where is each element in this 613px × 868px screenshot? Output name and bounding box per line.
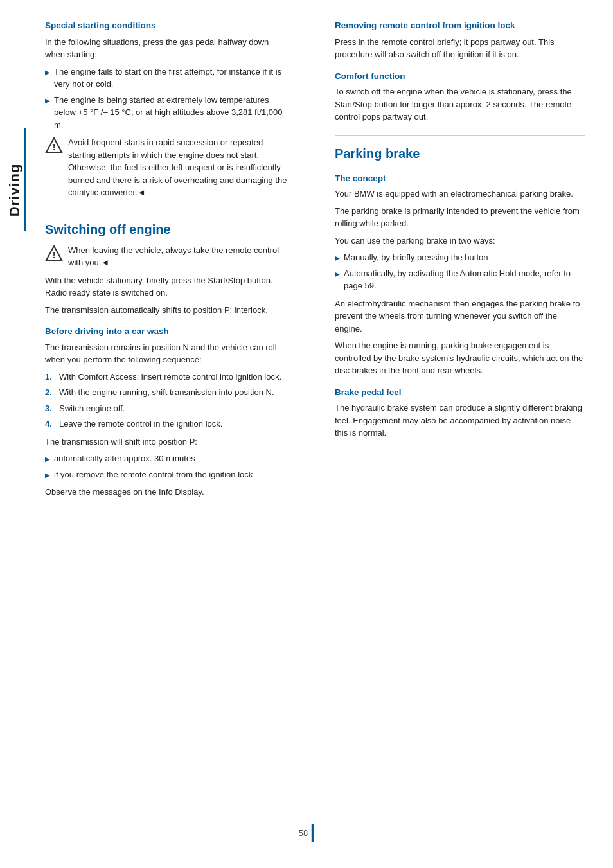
warning-icon-2: ! (45, 245, 63, 263)
switching-off-title: Switching off engine (45, 211, 289, 239)
concept-bullets-list: ▶ Manually, by briefly pressing the butt… (335, 251, 585, 292)
step-number: 3. (45, 402, 55, 415)
triangle-icon: ▶ (45, 67, 50, 77)
concept-title: The concept (335, 172, 585, 185)
comfort-function-title: Comfort function (335, 70, 585, 83)
list-item: 4. Leave the remote control in the ignit… (45, 418, 289, 430)
concept-para1: Your BMW is equipped with an electromech… (335, 188, 585, 200)
list-item: ▶ The engine is being started at extreme… (45, 94, 289, 132)
sidebar: Driving (0, 0, 39, 868)
removing-remote-para: Press in the remote control briefly; it … (335, 36, 585, 61)
sidebar-accent-line (24, 128, 26, 231)
brake-pedal-feel-title: Brake pedal feel (335, 386, 585, 399)
warning-icon: ! (45, 137, 63, 155)
switching-off-para1: With the vehicle stationary, briefly pre… (45, 274, 289, 299)
car-wash-steps-list: 1. With Comfort Access: insert remote co… (45, 371, 289, 430)
left-column: Special starting conditions In the follo… (45, 19, 289, 849)
switching-off-warning-box: ! When leaving the vehicle, always take … (45, 244, 289, 269)
step-number: 2. (45, 386, 55, 399)
special-starting-title: Special starting conditions (45, 19, 289, 32)
brake-pedal-feel-section: Brake pedal feel The hydraulic brake sys… (335, 386, 585, 439)
special-starting-section: Special starting conditions In the follo… (45, 19, 289, 199)
brake-pedal-feel-para: The hydraulic brake system can produce a… (335, 402, 585, 439)
list-item: ▶ Manually, by briefly pressing the butt… (335, 251, 585, 264)
comfort-function-para: To switch off the engine when the vehicl… (335, 85, 585, 123)
car-wash-section: Before driving into a car wash The trans… (45, 325, 289, 499)
comfort-function-section: Comfort function To switch off the engin… (335, 70, 585, 123)
warning-box: ! Avoid frequent starts in rapid success… (45, 136, 289, 199)
concept-para2: The parking brake is primarily intended … (335, 205, 585, 230)
list-item: 3. Switch engine off. (45, 402, 289, 415)
car-wash-title: Before driving into a car wash (45, 325, 289, 338)
step-number: 4. (45, 418, 55, 430)
page-content: Special starting conditions In the follo… (39, 0, 613, 868)
removing-remote-section: Removing remote control from ignition lo… (335, 19, 585, 61)
list-item: 2. With the engine running, shift transm… (45, 386, 289, 399)
concept-para5: When the engine is running, parking brak… (335, 339, 585, 377)
list-item: 1. With Comfort Access: insert remote co… (45, 371, 289, 384)
page-number: 58 (299, 828, 308, 840)
list-item: ▶ Automatically, by activating the Autom… (335, 267, 585, 292)
concept-para3: You can use the parking brake in two way… (335, 235, 585, 247)
concept-para4: An electrohydraulic mechanism then engag… (335, 297, 585, 335)
switching-off-warning-text: When leaving the vehicle, always take th… (68, 244, 289, 269)
switching-off-section: Switching off engine ! When leaving the … (45, 211, 289, 499)
right-column: Removing remote control from ignition lo… (335, 19, 585, 849)
triangle-icon: ▶ (335, 253, 340, 263)
triangle-icon: ▶ (45, 470, 50, 480)
special-starting-list: ▶ The engine fails to start on the first… (45, 66, 289, 132)
triangle-icon: ▶ (45, 454, 50, 464)
column-divider (312, 19, 312, 849)
page-bar-accent (312, 824, 314, 842)
switching-off-para2: The transmission automatically shifts to… (45, 304, 289, 317)
warning-text: Avoid frequent starts in rapid successio… (68, 136, 289, 199)
svg-text:!: ! (53, 250, 56, 260)
removing-remote-title: Removing remote control from ignition lo… (335, 19, 585, 32)
parking-brake-section: Parking brake The concept Your BMW is eq… (335, 135, 585, 439)
parking-brake-title: Parking brake (335, 135, 585, 163)
shift-para: The transmission will shift into positio… (45, 436, 289, 448)
observe-para: Observe the messages on the Info Display… (45, 486, 289, 499)
concept-subsection: The concept Your BMW is equipped with an… (335, 172, 585, 377)
svg-text:!: ! (53, 142, 56, 152)
chapter-label: Driving (4, 164, 25, 217)
list-item: ▶ The engine fails to start on the first… (45, 66, 289, 91)
page-footer: 58 (299, 824, 314, 842)
list-item: ▶ automatically after approx. 30 minutes (45, 452, 289, 465)
step-number: 1. (45, 371, 55, 384)
list-item: ▶ if you remove the remote control from … (45, 468, 289, 481)
special-starting-intro: In the following situations, press the g… (45, 36, 289, 61)
triangle-icon: ▶ (335, 269, 340, 279)
car-wash-intro: The transmission remains in position N a… (45, 341, 289, 366)
triangle-icon: ▶ (45, 96, 50, 105)
shift-bullets-list: ▶ automatically after approx. 30 minutes… (45, 452, 289, 481)
